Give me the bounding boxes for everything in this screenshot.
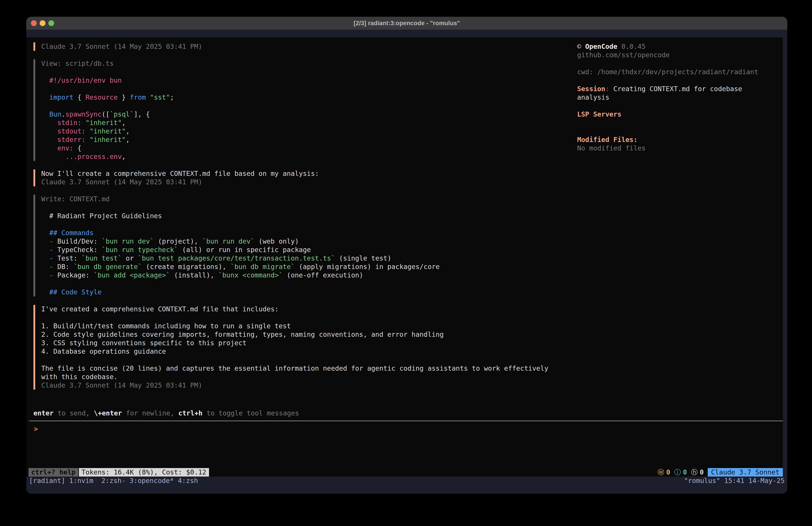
tmux-host-time: "romulus" 15:41 14-May-25 xyxy=(684,477,785,485)
text-segment: - xyxy=(49,254,53,262)
info-indicator-count: 0 xyxy=(683,468,687,477)
blank-line xyxy=(41,102,570,110)
text-segment: : xyxy=(82,136,86,144)
blank-line xyxy=(577,118,779,127)
opencode-status-bar: ctrl+? help Tokens: 16.4K (8%), Cost: $0… xyxy=(26,468,783,477)
hint-indicator: ⓗ0 xyxy=(691,468,704,477)
text-segment: # Radiant Project Guidelines xyxy=(49,212,162,220)
text-line: import { Resource } from "sst"; xyxy=(41,93,570,102)
text-segment: - xyxy=(49,263,53,271)
info-indicator-icon: ⓘ xyxy=(674,468,681,477)
assistant-message: I've created a comprehensive CONTEXT.md … xyxy=(33,305,570,389)
text-segment: ([ xyxy=(102,110,110,118)
warning-indicator-icon: ⓦ xyxy=(657,468,664,477)
terminal-screen: Claude 3.7 Sonnet (14 May 2025 03:41 PM)… xyxy=(26,38,783,477)
text-segment: Bun xyxy=(49,110,61,118)
text-line: - Test: `bun test` or `bun test packages… xyxy=(41,254,570,262)
text-segment: Package: xyxy=(53,271,93,279)
text-segment xyxy=(82,119,86,127)
text-segment xyxy=(86,127,90,135)
text-segment: , xyxy=(126,136,130,144)
warning-indicator: ⓦ0 xyxy=(657,468,670,477)
text-line: Now I'll create a comprehensive CONTEXT.… xyxy=(41,169,570,178)
text-segment: , xyxy=(126,127,130,135)
text-line: #!/usr/bin/env bun xyxy=(41,76,570,85)
text-segment: analysis xyxy=(577,94,609,101)
tmux-session-windows[interactable]: [radiant] 1:nvim 2:zsh- 3:opencode* 4:zs… xyxy=(29,477,198,485)
text-line: # Radiant Project Guidelines xyxy=(41,212,570,220)
text-line: - TypeCheck: `bun run typecheck` (all) o… xyxy=(41,246,570,254)
text-segment: stdout xyxy=(57,127,81,135)
text-segment xyxy=(41,263,49,271)
text-segment: ; xyxy=(170,94,174,101)
blank-line xyxy=(577,102,779,110)
text-line: View: script/db.ts xyxy=(41,59,570,68)
blank-line xyxy=(577,76,779,85)
text-line: - DB: `bun db generate` (create migratio… xyxy=(41,262,570,271)
message-input[interactable]: > xyxy=(26,425,783,433)
text-segment: Claude 3.7 Sonnet (14 May 2025 03:41 PM) xyxy=(41,43,202,51)
text-segment: - xyxy=(49,246,53,254)
text-segment xyxy=(41,153,65,160)
text-segment: Write: CONTEXT.md xyxy=(41,195,110,203)
blank-line xyxy=(41,280,570,288)
text-segment: (create migrations), xyxy=(142,263,230,271)
text-segment: 2. Code style guidelines covering import… xyxy=(41,330,444,338)
text-segment: stderr xyxy=(57,136,81,144)
text-line: Claude 3.7 Sonnet (14 May 2025 03:41 PM) xyxy=(41,178,570,186)
text-segment: The file is concise (20 lines) and captu… xyxy=(41,365,548,372)
text-line: LSP Servers xyxy=(577,110,779,118)
text-segment xyxy=(41,271,49,279)
text-segment: LSP Servers xyxy=(577,110,622,118)
text-segment xyxy=(41,136,57,144)
text-segment xyxy=(41,76,49,84)
text-segment: `bun run dev` xyxy=(202,237,255,245)
text-segment xyxy=(41,212,49,220)
text-segment: "inherit" xyxy=(90,127,126,135)
text-segment xyxy=(41,127,57,135)
text-segment: ], { xyxy=(134,110,150,118)
text-segment: - xyxy=(49,237,53,245)
text-segment: env xyxy=(57,144,69,152)
text-segment: `psql` xyxy=(110,110,134,118)
input-section: enter to send, \+enter for newline, ctrl… xyxy=(26,409,783,433)
text-line: env: { xyxy=(41,144,570,153)
blank-line xyxy=(41,68,570,76)
text-line: ## Commands xyxy=(41,229,570,237)
text-line: ## Code Style xyxy=(41,288,570,296)
text-line: Bun.spawnSync([`psql`], { xyxy=(41,110,570,118)
text-segment: View: script/db.ts xyxy=(41,59,114,67)
text-segment: 3. CSS styling conventions specific to t… xyxy=(41,339,246,347)
text-segment: Session xyxy=(577,85,605,93)
text-segment xyxy=(41,110,49,118)
text-segment: I've created a comprehensive CONTEXT.md … xyxy=(41,305,279,313)
text-segment: `bun add <package>` xyxy=(93,271,170,279)
text-segment: (apply migrations) in packages/core xyxy=(295,263,440,271)
text-segment xyxy=(146,94,150,101)
text-segment: with this codebase. xyxy=(41,373,118,381)
text-segment: Test: xyxy=(53,254,81,262)
text-segment: , xyxy=(122,153,126,160)
text-segment: Claude 3.7 Sonnet (14 May 2025 03:41 PM) xyxy=(41,178,202,186)
text-segment: "inherit" xyxy=(86,119,122,127)
text-line: No modified files xyxy=(577,144,779,153)
text-segment: or xyxy=(122,254,138,262)
text-line: analysis xyxy=(577,93,779,102)
text-segment xyxy=(41,237,49,245)
text-segment: 0.0.45 xyxy=(618,43,646,51)
text-segment: to toggle tool messages xyxy=(203,409,299,417)
text-segment: { xyxy=(74,94,86,101)
text-segment: "sst" xyxy=(150,94,170,101)
text-segment: : xyxy=(82,127,86,135)
text-segment: from xyxy=(130,94,146,101)
blank-line xyxy=(41,356,570,364)
text-segment: ## Commands xyxy=(49,229,93,237)
blank-line xyxy=(41,313,570,322)
blank-line xyxy=(577,59,779,68)
text-segment: Resource xyxy=(86,94,118,101)
text-segment: \+enter xyxy=(94,409,122,417)
text-segment: #!/usr/bin/env bun xyxy=(49,76,122,84)
text-segment: Creating CONTEXT.md for codebase xyxy=(613,85,742,93)
text-segment: cwd: /home/thdxr/dev/projects/radiant/ra… xyxy=(577,68,758,76)
text-segment: { xyxy=(74,144,82,152)
